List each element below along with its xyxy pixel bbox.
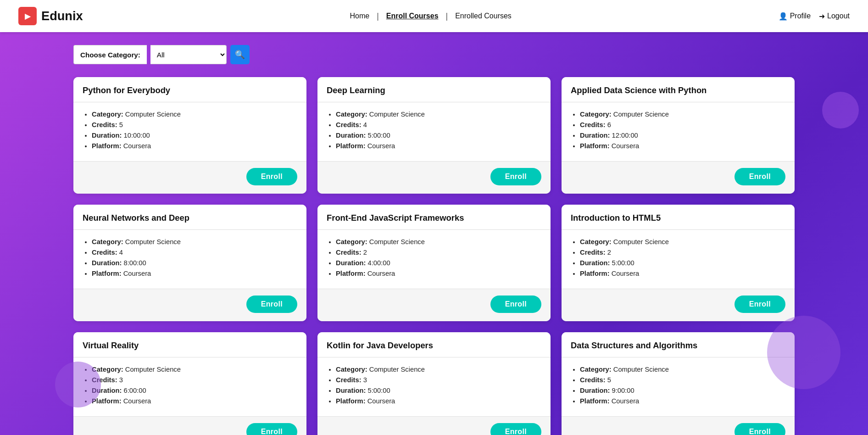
course-card: Deep Learning Category: Computer Science… xyxy=(317,77,551,194)
card-platform: Platform: Coursera xyxy=(92,270,297,277)
card-platform: Platform: Coursera xyxy=(92,397,297,405)
main-content: Choose Category: All Computer Science Da… xyxy=(0,32,868,435)
card-duration: Duration: 12:00:00 xyxy=(580,132,785,139)
search-icon: 🔍 xyxy=(235,50,245,60)
course-card: Front-End JavaScript Frameworks Category… xyxy=(317,205,551,321)
filter-bar: Choose Category: All Computer Science Da… xyxy=(73,45,795,64)
card-body: Category: Computer Science Credits: 3 Du… xyxy=(73,357,306,416)
course-card: Introduction to HTML5 Category: Computer… xyxy=(562,205,795,321)
card-body: Category: Computer Science Credits: 6 Du… xyxy=(562,102,795,161)
card-platform: Platform: Coursera xyxy=(580,397,785,405)
card-footer: Enroll xyxy=(317,289,551,321)
profile-icon: 👤 xyxy=(779,12,788,21)
logout-icon: ➜ xyxy=(819,12,825,21)
card-header: Introduction to HTML5 xyxy=(562,205,795,230)
card-platform: Platform: Coursera xyxy=(580,270,785,277)
card-category: Category: Computer Science xyxy=(580,366,785,373)
enroll-button[interactable]: Enroll xyxy=(246,296,297,313)
card-credits: Credits: 5 xyxy=(92,121,297,128)
course-card: Data Structures and Algorithms Category:… xyxy=(562,332,795,435)
card-body: Category: Computer Science Credits: 5 Du… xyxy=(73,102,306,161)
course-card: Kotlin for Java Developers Category: Com… xyxy=(317,332,551,435)
card-category: Category: Computer Science xyxy=(92,111,297,118)
card-footer: Enroll xyxy=(562,416,795,435)
logout-link[interactable]: ➜ Logout xyxy=(819,12,850,21)
navbar: Edunix Home | Enroll Courses | Enrolled … xyxy=(0,0,868,32)
card-header: Kotlin for Java Developers xyxy=(317,332,551,357)
logo-link[interactable]: Edunix xyxy=(18,7,83,25)
nav-enrolled-courses[interactable]: Enrolled Courses xyxy=(454,10,512,22)
card-header: Data Structures and Algorithms xyxy=(562,332,795,357)
card-duration: Duration: 8:00:00 xyxy=(92,259,297,267)
card-title: Applied Data Science with Python xyxy=(571,85,785,95)
profile-link[interactable]: 👤 Profile xyxy=(779,12,811,21)
nav-sep-1: | xyxy=(377,11,379,21)
enroll-button[interactable]: Enroll xyxy=(734,296,785,313)
enroll-button[interactable]: Enroll xyxy=(246,168,297,185)
card-footer: Enroll xyxy=(562,161,795,194)
card-body: Category: Computer Science Credits: 5 Du… xyxy=(562,357,795,416)
card-credits: Credits: 3 xyxy=(92,376,297,384)
enroll-button[interactable]: Enroll xyxy=(490,168,541,185)
card-body: Category: Computer Science Credits: 2 Du… xyxy=(562,230,795,289)
search-button[interactable]: 🔍 xyxy=(230,45,250,64)
course-card: Virtual Reality Category: Computer Scien… xyxy=(73,332,306,435)
card-credits: Credits: 2 xyxy=(580,249,785,256)
nav-enroll-courses[interactable]: Enroll Courses xyxy=(385,10,440,22)
card-duration: Duration: 4:00:00 xyxy=(336,259,541,267)
card-body: Category: Computer Science Credits: 3 Du… xyxy=(317,357,551,416)
course-card: Applied Data Science with Python Categor… xyxy=(562,77,795,194)
logout-label: Logout xyxy=(827,12,850,20)
card-category: Category: Computer Science xyxy=(336,238,541,245)
course-card: Neural Networks and Deep Category: Compu… xyxy=(73,205,306,321)
nav-links: Home | Enroll Courses | Enrolled Courses xyxy=(349,10,512,22)
card-title: Virtual Reality xyxy=(83,340,297,351)
filter-label: Choose Category: xyxy=(73,45,147,64)
enroll-button[interactable]: Enroll xyxy=(490,296,541,313)
card-footer: Enroll xyxy=(317,161,551,194)
card-platform: Platform: Coursera xyxy=(580,142,785,150)
card-footer: Enroll xyxy=(73,416,306,435)
category-select[interactable]: All Computer Science Data Science Web De… xyxy=(150,45,227,64)
card-platform: Platform: Coursera xyxy=(336,142,541,150)
card-header: Virtual Reality xyxy=(73,332,306,357)
course-card: Python for Everybody Category: Computer … xyxy=(73,77,306,194)
card-footer: Enroll xyxy=(317,416,551,435)
card-title: Deep Learning xyxy=(327,85,541,95)
logo-icon xyxy=(18,7,37,25)
card-category: Category: Computer Science xyxy=(336,366,541,373)
card-category: Category: Computer Science xyxy=(92,238,297,245)
nav-right: 👤 Profile ➜ Logout xyxy=(779,12,850,21)
enroll-button[interactable]: Enroll xyxy=(490,423,541,435)
card-credits: Credits: 4 xyxy=(92,249,297,256)
card-footer: Enroll xyxy=(73,161,306,194)
card-platform: Platform: Coursera xyxy=(336,397,541,405)
card-title: Python for Everybody xyxy=(83,85,297,95)
card-body: Category: Computer Science Credits: 4 Du… xyxy=(317,102,551,161)
card-header: Neural Networks and Deep xyxy=(73,205,306,230)
card-category: Category: Computer Science xyxy=(580,238,785,245)
card-body: Category: Computer Science Credits: 4 Du… xyxy=(73,230,306,289)
card-duration: Duration: 6:00:00 xyxy=(92,387,297,394)
profile-label: Profile xyxy=(790,12,811,20)
card-duration: Duration: 5:00:00 xyxy=(336,387,541,394)
card-header: Applied Data Science with Python xyxy=(562,77,795,102)
card-footer: Enroll xyxy=(73,289,306,321)
card-credits: Credits: 6 xyxy=(580,121,785,128)
logo-text: Edunix xyxy=(41,9,83,23)
card-body: Category: Computer Science Credits: 2 Du… xyxy=(317,230,551,289)
card-platform: Platform: Coursera xyxy=(92,142,297,150)
card-title: Kotlin for Java Developers xyxy=(327,340,541,351)
card-duration: Duration: 10:00:00 xyxy=(92,132,297,139)
nav-sep-2: | xyxy=(446,11,448,21)
card-duration: Duration: 9:00:00 xyxy=(580,387,785,394)
nav-home[interactable]: Home xyxy=(349,10,370,22)
card-credits: Credits: 4 xyxy=(336,121,541,128)
enroll-button[interactable]: Enroll xyxy=(734,423,785,435)
card-header: Deep Learning xyxy=(317,77,551,102)
card-category: Category: Computer Science xyxy=(92,366,297,373)
card-credits: Credits: 5 xyxy=(580,376,785,384)
enroll-button[interactable]: Enroll xyxy=(734,168,785,185)
enroll-button[interactable]: Enroll xyxy=(246,423,297,435)
courses-grid: Python for Everybody Category: Computer … xyxy=(73,77,795,435)
